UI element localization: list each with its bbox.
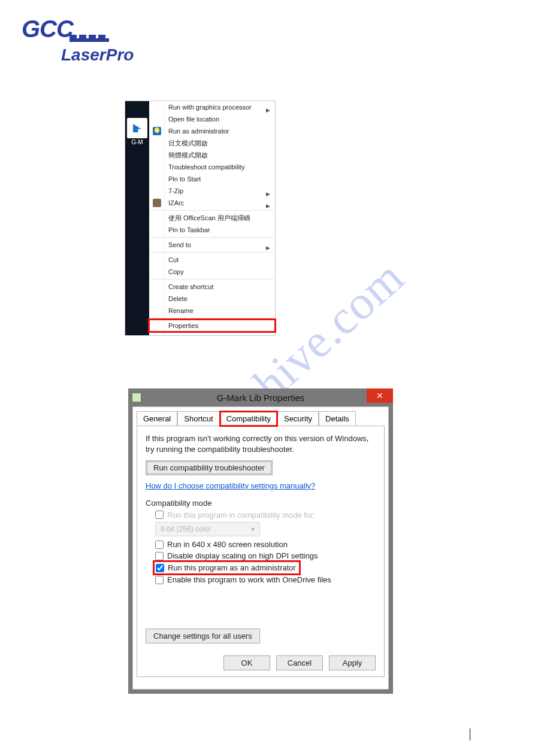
dropdown-text: 8-bit (256) color [161, 525, 211, 533]
ctx-item-copy[interactable]: Copy [149, 266, 275, 278]
compat-mode-checkbox[interactable] [155, 511, 164, 519]
ctx-separator [150, 252, 274, 253]
dialog-title-icon [132, 393, 141, 402]
ctx-label: 7-Zip [168, 187, 183, 195]
ctx-separator [150, 210, 274, 211]
check-onedrive-label: Enable this program to work with OneDriv… [167, 575, 331, 584]
compat-mode-check-label: Run this program in compatibility mode f… [167, 511, 315, 520]
run-troubleshooter-button[interactable]: Run compatibility troubleshooter [146, 460, 273, 475]
compat-mode-check-row[interactable]: Run this program in compatibility mode f… [155, 510, 376, 520]
ctx-item-troubleshoot-compat[interactable]: Troubleshoot compatibility [149, 161, 275, 173]
dialog-titlebar[interactable]: G-Mark Lib Properties ✕ [128, 388, 393, 406]
check-640x480[interactable] [155, 541, 164, 549]
page-edge-marker [470, 728, 470, 740]
ctx-item-delete[interactable]: Delete [149, 293, 275, 305]
compat-mode-title: Compatibility mode [146, 499, 376, 508]
check-admin-row[interactable]: Run this program as an administrator [155, 563, 376, 573]
desktop-shortcut-icon[interactable] [127, 118, 147, 138]
ctx-label: IZArc [168, 199, 184, 207]
check-admin-label: Run this program as an administrator [168, 563, 296, 572]
ctx-label: Run with graphics processor [168, 104, 252, 111]
manual-settings-link[interactable]: How do I choose compatibility settings m… [146, 481, 315, 490]
check-dpi-row[interactable]: Disable display scaling on high DPI sett… [155, 551, 376, 560]
izarc-icon [153, 199, 161, 207]
context-menu: Run with graphics processor▶ Open file l… [149, 101, 275, 335]
context-menu-screenshot: G-M Run with graphics processor▶ Open fi… [125, 101, 275, 335]
desktop-shortcut-label: G-M [127, 139, 147, 145]
close-button[interactable]: ✕ [367, 388, 393, 403]
ctx-label: 簡體模式開啟 [168, 151, 208, 159]
ctx-label: Run as administrator [168, 127, 229, 135]
chevron-down-icon: ▾ [251, 525, 255, 533]
compatibility-panel: If this program isn't working correctly … [137, 426, 385, 677]
gcc-laserpro-logo: GCC LaserPro [22, 17, 135, 55]
properties-dialog: G-Mark Lib Properties ✕ General Shortcut… [128, 388, 393, 694]
tab-strip: General Shortcut Compatibility Security … [133, 407, 388, 426]
apply-button[interactable]: Apply [329, 655, 376, 670]
ctx-item-jp-mode[interactable]: 日文模式開啟 [149, 137, 275, 149]
ctx-item-send-to[interactable]: Send to▶ [149, 239, 275, 251]
ctx-item-rename[interactable]: Rename [149, 305, 275, 317]
logo-product: LaserPro [61, 45, 134, 65]
ctx-item-cut[interactable]: Cut [149, 254, 275, 266]
color-depth-dropdown-disabled: 8-bit (256) color ▾ [155, 522, 260, 536]
ctx-label: Properties [168, 322, 198, 329]
change-all-users-button[interactable]: Change settings for all users [146, 629, 260, 643]
check-640-row[interactable]: Run in 640 x 480 screen resolution [155, 540, 376, 549]
check-dpi-label: Disable display scaling on high DPI sett… [167, 551, 318, 560]
ctx-item-properties[interactable]: Properties [149, 320, 275, 332]
ctx-separator [150, 279, 274, 280]
ctx-separator [150, 318, 274, 318]
dialog-title: G-Mark Lib Properties [217, 393, 305, 403]
ctx-item-7zip[interactable]: 7-Zip▶ [149, 185, 275, 197]
ctx-label: Pin to Start [168, 175, 201, 183]
ctx-label: Create shortcut [168, 283, 213, 290]
close-icon: ✕ [376, 391, 383, 400]
ctx-label: 日文模式開啟 [168, 139, 208, 147]
ctx-label: Troubleshoot compatibility [168, 163, 244, 171]
check-disable-dpi-scaling[interactable] [155, 552, 164, 560]
ctx-label: Send to [168, 241, 191, 248]
ctx-item-izarc[interactable]: IZArc▶ [149, 197, 275, 209]
shortcut-arrow-icon [133, 124, 141, 132]
check-onedrive-row[interactable]: Enable this program to work with OneDriv… [155, 575, 376, 584]
ctx-item-officescan[interactable]: 使用 OfficeScan 用戶端掃瞄 [149, 212, 275, 224]
check-640-label: Run in 640 x 480 screen resolution [167, 540, 288, 549]
cancel-button[interactable]: Cancel [276, 655, 323, 670]
ctx-label: Rename [168, 307, 194, 314]
ctx-item-run-graphics-processor[interactable]: Run with graphics processor▶ [149, 101, 275, 113]
tab-compatibility[interactable]: Compatibility [220, 411, 277, 426]
ctx-label: Cut [168, 256, 179, 263]
tab-security[interactable]: Security [277, 411, 319, 426]
tab-general[interactable]: General [137, 411, 177, 426]
context-menu-list: Run with graphics processor▶ Open file l… [149, 101, 275, 332]
ctx-label: Copy [168, 268, 184, 275]
shield-icon [153, 127, 161, 135]
ctx-item-create-shortcut[interactable]: Create shortcut [149, 281, 275, 293]
tab-details[interactable]: Details [319, 411, 356, 426]
check-onedrive[interactable] [155, 576, 164, 584]
ctx-separator [150, 237, 274, 238]
ok-button[interactable]: OK [223, 655, 270, 670]
intro-line2: try running the compatibility troublesho… [146, 445, 294, 454]
intro-text: If this program isn't working correctly … [146, 433, 376, 454]
ctx-item-open-file-location[interactable]: Open file location [149, 113, 275, 125]
ctx-item-pin-to-start[interactable]: Pin to Start [149, 173, 275, 185]
dialog-button-row: OK Cancel Apply [223, 655, 376, 670]
check-run-as-admin[interactable] [156, 564, 164, 572]
tab-shortcut[interactable]: Shortcut [177, 411, 219, 426]
ctx-label: Delete [168, 295, 188, 302]
ctx-item-run-as-admin[interactable]: Run as administrator [149, 125, 275, 137]
dialog-inner: General Shortcut Compatibility Security … [132, 406, 389, 690]
ctx-label: Pin to Taskbar [168, 226, 210, 233]
ctx-label: Open file location [168, 116, 219, 123]
ctx-item-simplified-mode[interactable]: 簡體模式開啟 [149, 149, 275, 161]
logo-swoosh [69, 35, 147, 47]
ctx-item-pin-to-taskbar[interactable]: Pin to Taskbar [149, 224, 275, 236]
ctx-label: 使用 OfficeScan 用戶端掃瞄 [168, 214, 250, 221]
intro-line1: If this program isn't working correctly … [146, 434, 368, 443]
